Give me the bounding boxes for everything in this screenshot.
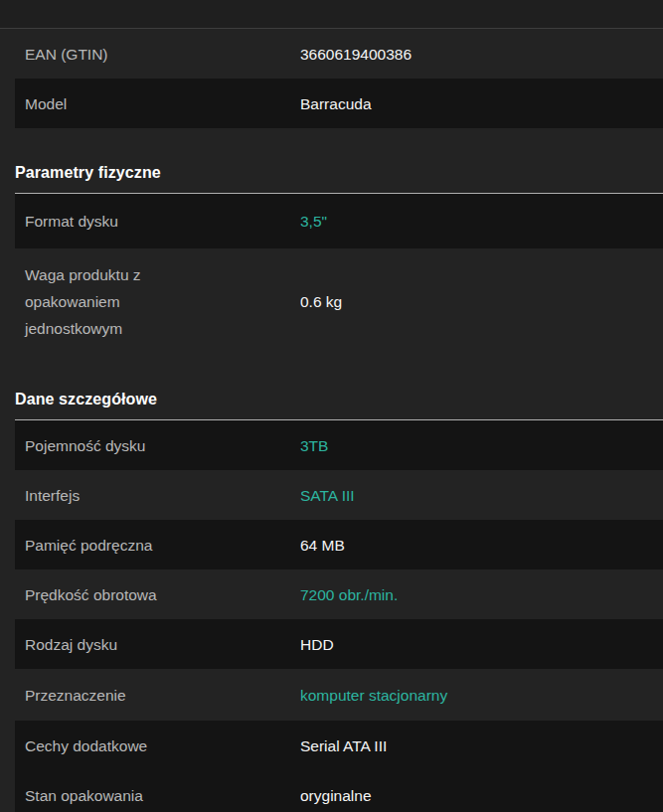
- spec-value-ean-gtin: 3660619400386: [300, 41, 663, 68]
- spec-label-pojemnosc-dysku: Pojemność dysku: [25, 432, 300, 459]
- top-divider-bar: [0, 0, 663, 29]
- spec-label-format-dysku: Format dysku: [25, 208, 300, 235]
- section-header-parametry-fizyczne: Parametry fizyczne: [0, 128, 663, 193]
- spec-table-parametry-fizyczne: Format dysku 3,5" Waga produktu z opakow…: [15, 193, 663, 355]
- spec-label-cechy-dodatkowe: Cechy dodatkowe: [25, 732, 300, 759]
- spec-row-format-dysku: Format dysku 3,5": [15, 194, 663, 248]
- spec-row-stan-opakowania: Stan opakowania oryginalne: [15, 770, 663, 812]
- spec-value-format-dysku-link[interactable]: 3,5": [300, 208, 663, 235]
- spec-row-cechy-dodatkowe: Cechy dodatkowe Serial ATA III: [15, 721, 663, 770]
- spec-value-pojemnosc-dysku-link[interactable]: 3TB: [300, 432, 663, 459]
- spec-value-pamiec-podreczna: 64 MB: [300, 532, 663, 559]
- spec-row-predkosc-obrotowa: Prędkość obrotowa 7200 obr./min.: [15, 569, 663, 619]
- spec-label-stan-opakowania: Stan opakowania: [25, 782, 300, 809]
- spec-label-predkosc-obrotowa: Prędkość obrotowa: [25, 581, 300, 608]
- spec-row-przeznaczenie: Przeznaczenie komputer stacjonarny: [15, 669, 663, 721]
- spec-row-waga-produktu: Waga produktu z opakowaniem jednostkowym…: [15, 248, 663, 355]
- spec-table-general: EAN (GTIN) 3660619400386 Model Barracuda: [15, 29, 663, 128]
- spec-label-pamiec-podreczna: Pamięć podręczna: [25, 532, 300, 559]
- section-header-dane-szczegolowe: Dane szczegółowe: [0, 355, 663, 419]
- spec-value-stan-opakowania: oryginalne: [300, 782, 663, 809]
- spec-value-cechy-dodatkowe: Serial ATA III: [300, 732, 663, 759]
- spec-value-predkosc-obrotowa-link[interactable]: 7200 obr./min.: [300, 581, 663, 608]
- spec-row-model: Model Barracuda: [15, 79, 663, 128]
- spec-row-ean-gtin: EAN (GTIN) 3660619400386: [15, 29, 663, 79]
- spec-table-dane-szczegolowe: Pojemność dysku 3TB Interfejs SATA III P…: [15, 419, 663, 812]
- spec-row-interfejs: Interfejs SATA III: [15, 470, 663, 520]
- spec-label-interfejs: Interfejs: [25, 482, 300, 509]
- spec-label-model: Model: [25, 90, 300, 117]
- spec-value-przeznaczenie-link[interactable]: komputer stacjonarny: [300, 682, 663, 709]
- spec-label-ean-gtin: EAN (GTIN): [25, 41, 300, 68]
- spec-value-waga-produktu: 0.6 kg: [300, 288, 663, 315]
- spec-value-rodzaj-dysku: HDD: [300, 631, 663, 658]
- spec-row-pojemnosc-dysku: Pojemność dysku 3TB: [15, 420, 663, 470]
- spec-value-interfejs-link[interactable]: SATA III: [300, 482, 663, 509]
- spec-label-przeznaczenie: Przeznaczenie: [25, 682, 300, 709]
- spec-row-rodzaj-dysku: Rodzaj dysku HDD: [15, 619, 663, 669]
- spec-label-rodzaj-dysku: Rodzaj dysku: [25, 631, 300, 658]
- spec-value-model: Barracuda: [300, 90, 663, 117]
- spec-label-waga-produktu: Waga produktu z opakowaniem jednostkowym: [25, 261, 300, 342]
- spec-row-pamiec-podreczna: Pamięć podręczna 64 MB: [15, 520, 663, 569]
